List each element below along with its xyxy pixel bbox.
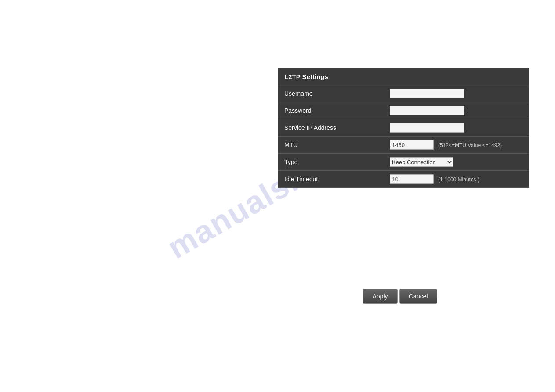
username-value-cell [384, 85, 529, 102]
type-select[interactable]: Keep Connection Connect on Demand Manual [390, 157, 453, 167]
mtu-value-cell: (512<=MTU Value <=1492) [384, 137, 529, 154]
l2tp-settings-panel: L2TP Settings Username Password Service … [278, 68, 529, 188]
password-value-cell [384, 102, 529, 119]
password-input[interactable] [390, 106, 464, 115]
idle-timeout-value-cell: (1-1000 Minutes ) [384, 171, 529, 188]
idle-timeout-hint: (1-1000 Minutes ) [438, 176, 479, 183]
idle-timeout-label: Idle Timeout [278, 171, 384, 188]
service-ip-label: Service IP Address [278, 119, 384, 137]
cancel-button[interactable]: Cancel [399, 289, 437, 304]
idle-timeout-row: Idle Timeout (1-1000 Minutes ) [278, 171, 529, 188]
mtu-row: MTU (512<=MTU Value <=1492) [278, 137, 529, 154]
service-ip-row: Service IP Address [278, 119, 529, 137]
password-row: Password [278, 102, 529, 119]
mtu-label: MTU [278, 137, 384, 154]
panel-title: L2TP Settings [278, 68, 529, 85]
mtu-hint: (512<=MTU Value <=1492) [438, 142, 502, 148]
service-ip-value-cell [384, 119, 529, 137]
username-label: Username [278, 85, 384, 102]
apply-button[interactable]: Apply [363, 289, 398, 304]
type-label: Type [278, 154, 384, 171]
type-value-cell: Keep Connection Connect on Demand Manual [384, 154, 529, 171]
action-buttons: Apply Cancel [363, 289, 437, 304]
settings-form: Username Password Service IP Address MTU… [278, 85, 529, 187]
username-row: Username [278, 85, 529, 102]
service-ip-input[interactable] [390, 123, 464, 133]
username-input[interactable] [390, 89, 464, 98]
mtu-input[interactable] [390, 140, 434, 150]
password-label: Password [278, 102, 384, 119]
idle-timeout-input[interactable] [390, 174, 434, 184]
type-row: Type Keep Connection Connect on Demand M… [278, 154, 529, 171]
